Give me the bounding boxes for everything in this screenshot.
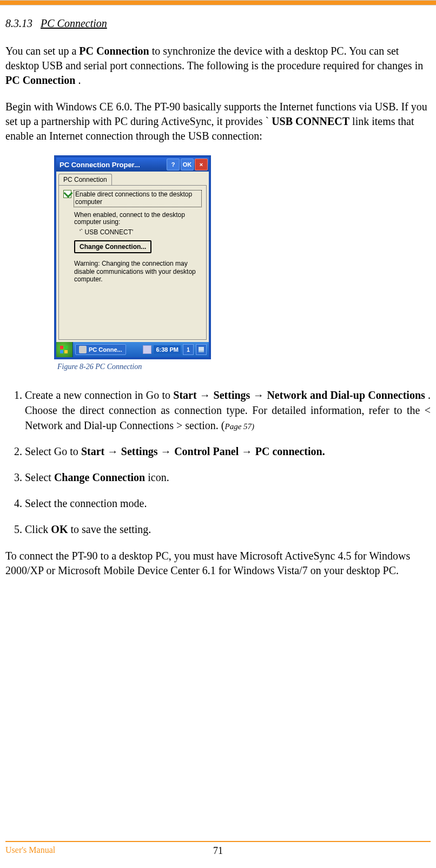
top-accent-bar <box>0 0 436 5</box>
connection-value: '` USB CONNECT' <box>80 228 202 236</box>
section-heading: 8.3.13 PC Connection <box>5 17 431 30</box>
ok-button[interactable]: OK <box>181 159 194 170</box>
svg-rect-1 <box>199 351 204 352</box>
warning-text: Warning: Changing the connection may dis… <box>74 260 202 283</box>
intro-paragraph-1: You can set up a PC Connection to synchr… <box>5 44 431 88</box>
section-number: 8.3.13 <box>5 17 32 29</box>
intro-paragraph-2: Begin with Windows CE 6.0. The PT-90 bas… <box>5 100 431 143</box>
enable-direct-label: Enable direct connections to the desktop… <box>74 190 202 207</box>
dialog-title: PC Connection Proper... <box>60 161 166 169</box>
procedure-list: Create a new connection in Go to Start →… <box>5 387 431 537</box>
system-tray: 6:38 PM 1 <box>143 344 209 355</box>
taskbar-clock: 6:38 PM <box>154 345 181 354</box>
pc-connection-dialog: PC Connection Proper... ? OK × PC Connec… <box>54 155 211 359</box>
help-button[interactable]: ? <box>167 159 180 170</box>
enable-direct-checkbox[interactable] <box>63 190 71 198</box>
bold-settings: Settings <box>121 445 161 457</box>
enable-direct-row: Enable direct connections to the desktop… <box>63 190 202 207</box>
step-3: Select Change Connection icon. <box>25 470 431 485</box>
step-1: Create a new connection in Go to Start →… <box>25 387 431 433</box>
bold-start: Start <box>81 445 107 457</box>
footer-row: User's Manual 71 <box>5 845 431 855</box>
bold-settings: Settings <box>214 389 250 401</box>
when-enabled-text: When enabled, connect to the desktop com… <box>74 212 202 227</box>
change-connection-button[interactable]: Change Connection... <box>74 240 151 253</box>
content-area: 8.3.13 PC Connection You can set up a PC… <box>0 5 436 578</box>
network-icon[interactable] <box>143 345 151 354</box>
bold-pc-connection: PC Connection <box>79 45 149 57</box>
footer-accent-line <box>5 841 431 842</box>
tab-strip: PC Connection <box>56 172 209 185</box>
taskbar-item-pc-connection[interactable]: PC Conne... <box>75 344 126 355</box>
close-button[interactable]: × <box>195 159 208 170</box>
page: 8.3.13 PC Connection You can set up a PC… <box>0 0 436 868</box>
taskbar: PC Conne... 6:38 PM 1 <box>56 342 209 357</box>
figure-caption: Figure 8-26 PC Connection <box>57 363 431 371</box>
bold-pc-connection: PC connection. <box>255 445 325 457</box>
dialog-titlebar: PC Connection Proper... ? OK × <box>56 157 209 172</box>
dialog-panel: Enable direct connections to the desktop… <box>58 185 207 340</box>
text: icon. <box>148 471 169 483</box>
text: You can set up a <box>5 45 79 57</box>
svg-rect-0 <box>199 347 204 351</box>
step-4: Select the connection mode. <box>25 496 431 511</box>
tab-pc-connection[interactable]: PC Connection <box>58 174 112 185</box>
page-reference: Page 57) <box>225 422 255 431</box>
page-footer: User's Manual 71 <box>5 841 431 855</box>
bold-usb-connect: USB CONNECT <box>272 115 349 127</box>
text: Select Go to <box>25 445 81 457</box>
page-number: 71 <box>5 845 431 857</box>
taskbar-item-label: PC Conne... <box>89 346 122 353</box>
start-button[interactable] <box>56 342 73 357</box>
arrow-icon: → <box>241 445 255 457</box>
text: Create a new connection in Go to <box>25 389 173 401</box>
arrow-icon: → <box>253 389 267 401</box>
text: to save the setting. <box>70 523 151 535</box>
bold-change-connection: Change Connection <box>54 471 145 483</box>
desktop-button[interactable] <box>196 344 207 355</box>
text: Click <box>25 523 51 535</box>
text: . <box>78 74 81 86</box>
closing-paragraph: To connect the PT-90 to a desktop PC, yo… <box>5 549 431 578</box>
bold-ok: OK <box>51 523 68 535</box>
section-title: PC Connection <box>41 17 107 29</box>
text: Select <box>25 471 54 483</box>
arrow-icon: → <box>107 445 121 457</box>
step-5: Click OK to save the setting. <box>25 522 431 537</box>
step-2: Select Go to Start → Settings → Control … <box>25 444 431 459</box>
arrow-icon: → <box>161 445 175 457</box>
bold-network-dialup: Network and Dial-up Connections <box>267 389 425 401</box>
text: Select the connection mode. <box>25 497 147 509</box>
bold-control-panel: Control Panel <box>174 445 241 457</box>
input-panel-button[interactable]: 1 <box>183 344 194 355</box>
embedded-screenshot: PC Connection Proper... ? OK × PC Connec… <box>54 155 431 359</box>
taskbar-item-icon <box>79 346 87 353</box>
arrow-icon: → <box>200 389 214 401</box>
bold-pc-connection-2: PC Connection <box>5 74 75 86</box>
bold-start: Start <box>173 389 196 401</box>
